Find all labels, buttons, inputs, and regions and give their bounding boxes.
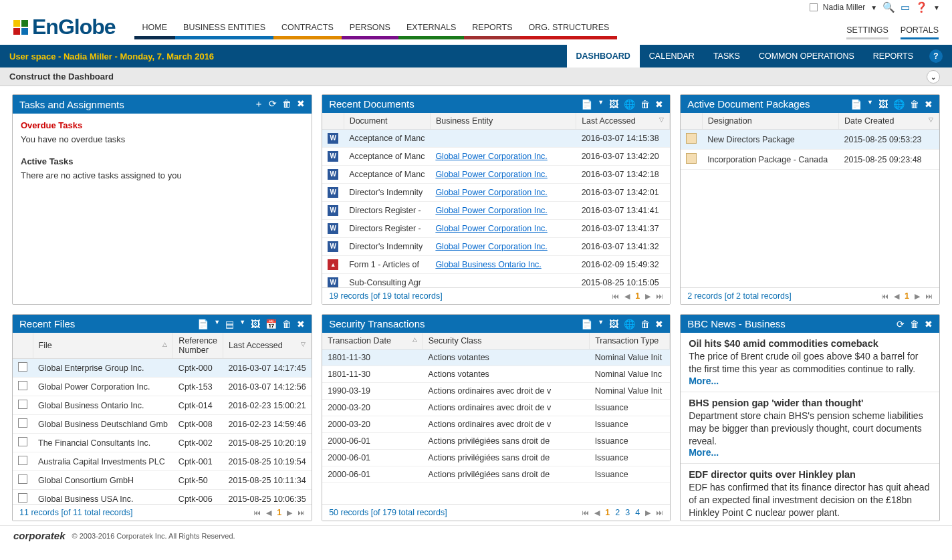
col-last-accessed[interactable]: Last Accessed▽ <box>576 113 670 130</box>
pager-first-icon[interactable]: ⏮ <box>582 509 589 517</box>
trash-icon[interactable]: 🗑 <box>910 319 919 329</box>
window-icon[interactable]: ▭ <box>901 1 910 13</box>
collapse-chevron-icon[interactable]: ⌄ <box>927 70 940 84</box>
table-row[interactable]: WSub-Consulting Agr2015-08-25 10:15:05 <box>322 274 670 288</box>
col-designation[interactable]: Designation <box>702 113 838 130</box>
table-row[interactable]: WAcceptance of Manc2016-03-07 14:15:38 <box>322 130 670 148</box>
pager-next-icon[interactable]: ▶ <box>645 509 650 517</box>
pager-next-icon[interactable]: ▶ <box>915 292 920 301</box>
table-row[interactable]: WDirectors Register -Global Power Corpor… <box>322 220 670 238</box>
table-row[interactable]: Australia Capital Investments PLCCptk-00… <box>13 452 312 471</box>
pager-page-1[interactable]: 1 <box>635 291 640 301</box>
table-row[interactable]: Global Power Corporation Inc.Cptk-153201… <box>13 378 312 396</box>
pager-prev-icon[interactable]: ◀ <box>894 292 899 301</box>
table-row[interactable]: WDirector's IndemnityGlobal Power Corpor… <box>322 184 670 202</box>
pager-page-1[interactable]: 1 <box>605 508 610 517</box>
pager-prev-icon[interactable]: ◀ <box>594 509 600 517</box>
pager-prev-icon[interactable]: ◀ <box>266 509 271 517</box>
table-row[interactable]: 2000-06-01Actions privilégiées sans droi… <box>322 450 670 466</box>
col-business-entity[interactable]: Business Entity <box>430 113 576 130</box>
table-row[interactable]: The Financial Consultants Inc.Cptk-00220… <box>13 434 312 452</box>
user-caret-icon[interactable]: ▼ <box>870 4 877 11</box>
table-row[interactable]: WDirectors Register -Global Power Corpor… <box>322 202 670 220</box>
caret-icon[interactable]: ▼ <box>598 99 604 110</box>
menu-icon[interactable]: ▤ <box>225 319 234 329</box>
help-icon[interactable]: ❓ <box>915 1 928 13</box>
trash-icon[interactable]: 🗑 <box>640 319 650 329</box>
table-row[interactable]: 2000-03-20Actions ordinaires avec droit … <box>322 416 670 433</box>
caret-icon[interactable]: ▼ <box>239 319 245 329</box>
table-row[interactable]: Global Business Deutschland GmbCptk-0082… <box>13 415 312 434</box>
pager-first-icon[interactable]: ⏮ <box>253 509 261 517</box>
table-row[interactable]: Incorporation Package - Canada2015-08-25… <box>681 150 939 170</box>
col-transaction-type[interactable]: Transaction Type <box>590 333 670 349</box>
table-row[interactable]: ▴Form 1 - Articles ofGlobal Business Ont… <box>322 256 670 274</box>
business-entity-link[interactable]: Global Power Corporation Inc. <box>435 188 547 197</box>
trash-icon[interactable]: 🗑 <box>910 99 919 110</box>
globe-icon[interactable]: 🌐 <box>624 99 635 110</box>
business-entity-link[interactable]: Global Power Corporation Inc. <box>435 152 547 161</box>
col-icon[interactable] <box>13 333 33 359</box>
nav-settings[interactable]: SETTINGS <box>846 25 888 39</box>
caret-icon[interactable]: ▼ <box>867 99 873 110</box>
pager-page-2[interactable]: 2 <box>615 508 620 517</box>
close-icon[interactable]: ✖ <box>655 319 663 329</box>
business-entity-link[interactable]: Global Power Corporation Inc. <box>435 206 547 215</box>
tab-reports[interactable]: REPORTS <box>864 45 923 67</box>
trash-icon[interactable]: 🗑 <box>282 319 291 329</box>
close-icon[interactable]: ✖ <box>297 98 305 110</box>
nav-home[interactable]: HOME <box>134 23 176 39</box>
col-icon[interactable] <box>681 113 702 130</box>
nav-business-entities[interactable]: BUSINESS ENTITIES <box>175 23 273 39</box>
user-name[interactable]: Nadia Miller <box>823 3 865 12</box>
pager-last-icon[interactable]: ⏭ <box>925 292 933 300</box>
news-more-link[interactable]: More... <box>689 519 719 521</box>
close-icon[interactable]: ✖ <box>297 319 305 329</box>
caret-icon[interactable]: ▼ <box>598 319 604 329</box>
close-icon[interactable]: ✖ <box>925 99 933 110</box>
nav-persons[interactable]: PERSONS <box>342 23 398 39</box>
refresh-icon[interactable]: ⟳ <box>897 319 905 329</box>
business-entity-link[interactable]: Global Power Corporation Inc. <box>435 224 547 233</box>
nav-portals[interactable]: PORTALS <box>901 25 939 39</box>
refresh-icon[interactable]: ⟳ <box>269 98 277 110</box>
trash-icon[interactable]: 🗑 <box>282 98 291 110</box>
calendar-icon[interactable]: 📅 <box>265 319 277 329</box>
pager-next-icon[interactable]: ▶ <box>287 509 292 517</box>
close-icon[interactable]: ✖ <box>655 99 663 110</box>
nav-contracts[interactable]: CONTRACTS <box>273 23 342 39</box>
pager-page-1[interactable]: 1 <box>277 508 281 517</box>
pager-last-icon[interactable]: ⏭ <box>656 509 663 517</box>
help-button[interactable]: ? <box>929 49 943 63</box>
tab-calendar[interactable]: CALENDAR <box>640 45 704 67</box>
col-security-class[interactable]: Security Class <box>423 333 590 349</box>
tab-common-operations[interactable]: COMMON OPERATIONS <box>749 45 864 67</box>
business-entity-link[interactable]: Global Business Ontario Inc. <box>435 260 541 269</box>
col-transaction-date[interactable]: Transaction Date△ <box>322 333 423 349</box>
user-checkbox[interactable] <box>810 3 818 11</box>
trash-icon[interactable]: 🗑 <box>640 99 650 110</box>
pager-last-icon[interactable]: ⏭ <box>656 292 663 300</box>
pager-first-icon[interactable]: ⏮ <box>881 292 888 300</box>
table-row[interactable]: Global Business USA Inc.Cptk-0062015-08-… <box>13 490 312 505</box>
col-icon[interactable] <box>322 113 344 130</box>
tab-dashboard[interactable]: DASHBOARD <box>567 45 640 67</box>
table-row[interactable]: 2000-06-01Actions privilégiées sans droi… <box>322 466 670 483</box>
news-more-link[interactable]: More... <box>689 447 719 458</box>
pager-page-4[interactable]: 4 <box>635 508 640 517</box>
table-row[interactable]: WAcceptance of MancGlobal Power Corporat… <box>322 148 670 166</box>
business-entity-link[interactable]: Global Power Corporation Inc. <box>435 242 547 251</box>
table-row[interactable]: 2000-06-01Actions privilégiées sans droi… <box>322 433 670 450</box>
caret-icon[interactable]: ▼ <box>214 319 220 329</box>
table-row[interactable]: Global Enterprise Group Inc.Cptk-0002016… <box>13 359 312 378</box>
pager-prev-icon[interactable]: ◀ <box>624 292 630 301</box>
table-row[interactable]: Global Business Ontario Inc.Cptk-0142016… <box>13 396 312 415</box>
image-icon[interactable]: 🖼 <box>609 99 618 110</box>
col-document[interactable]: Document <box>344 113 430 130</box>
col-file[interactable]: File△ <box>33 333 173 359</box>
search-icon[interactable]: 🔍 <box>882 1 895 13</box>
pager-page-1[interactable]: 1 <box>905 291 909 301</box>
new-doc-icon[interactable]: 📄 <box>581 319 592 329</box>
col-last-accessed[interactable]: Last Accessed▽ <box>223 333 312 359</box>
help-caret-icon[interactable]: ▼ <box>933 4 940 11</box>
